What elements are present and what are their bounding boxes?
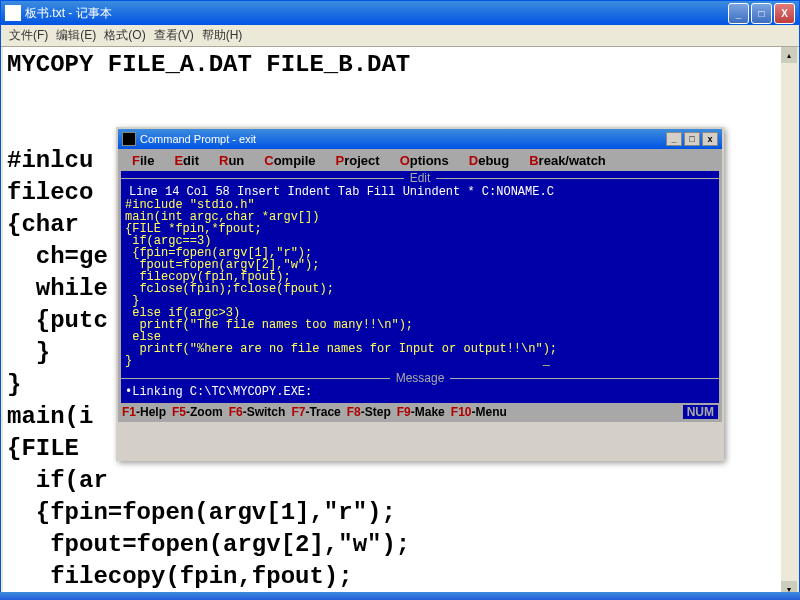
fkey-f1[interactable]: F1-Help: [122, 405, 166, 419]
tc-body: File Edit Run Compile Project Options De…: [118, 149, 722, 422]
command-prompt-window: Command Prompt - exit _ □ x File Edit Ru…: [116, 127, 724, 461]
fkey-f10[interactable]: F10-Menu: [451, 405, 507, 419]
fkey-f8[interactable]: F8-Step: [347, 405, 391, 419]
tc-menu-compile[interactable]: Compile: [264, 153, 315, 168]
numlock-indicator: NUM: [683, 405, 718, 419]
menu-help[interactable]: 帮助(H): [202, 27, 243, 44]
tc-close-button[interactable]: x: [702, 132, 718, 146]
notepad-scrollbar[interactable]: ▴ ▾: [781, 47, 797, 597]
notepad-titlebar[interactable]: 板书.txt - 记事本 _ □ X: [1, 1, 799, 25]
tc-edit-header: Edit: [121, 171, 719, 185]
tc-message-header: Message: [121, 371, 719, 385]
fkey-f7[interactable]: F7-Trace: [291, 405, 340, 419]
tc-code-area[interactable]: #include "stdio.h" main(int argc,char *a…: [121, 199, 719, 371]
notepad-title-text: 板书.txt - 记事本: [25, 5, 112, 22]
tc-msg-label: Message: [390, 371, 451, 385]
tc-menu-options[interactable]: Options: [400, 153, 449, 168]
fkey-f6[interactable]: F6-Switch: [229, 405, 286, 419]
maximize-button[interactable]: □: [751, 3, 772, 24]
taskbar[interactable]: [0, 592, 800, 600]
fkey-f9[interactable]: F9-Make: [397, 405, 445, 419]
tc-titlebar[interactable]: Command Prompt - exit _ □ x: [118, 129, 722, 149]
tc-maximize-button[interactable]: □: [684, 132, 700, 146]
tc-message-area: •Linking C:\TC\MYCOPY.EXE:: [121, 385, 719, 403]
menu-file[interactable]: 文件(F): [9, 27, 48, 44]
tc-title-text: Command Prompt - exit: [140, 133, 256, 145]
close-button[interactable]: X: [774, 3, 795, 24]
menu-edit[interactable]: 编辑(E): [56, 27, 96, 44]
minimize-button[interactable]: _: [728, 3, 749, 24]
fkey-f5[interactable]: F5-Zoom: [172, 405, 223, 419]
tc-menu-file[interactable]: File: [132, 153, 154, 168]
menu-view[interactable]: 查看(V): [154, 27, 194, 44]
tc-menu-edit[interactable]: Edit: [174, 153, 199, 168]
tc-status-line: Line 14 Col 58 Insert Indent Tab Fill Un…: [121, 185, 719, 199]
tc-fkey-bar: F1-Help F5-Zoom F6-Switch F7-Trace F8-St…: [120, 404, 720, 420]
notepad-icon: [5, 5, 21, 21]
tc-edit-pane: Edit Line 14 Col 58 Insert Indent Tab Fi…: [120, 170, 720, 404]
tc-menu-break[interactable]: Break/watch: [529, 153, 606, 168]
scroll-up-icon[interactable]: ▴: [781, 47, 797, 63]
tc-menu-debug[interactable]: Debug: [469, 153, 509, 168]
tc-menubar: File Edit Run Compile Project Options De…: [120, 151, 720, 170]
tc-menu-run[interactable]: Run: [219, 153, 244, 168]
tc-minimize-button[interactable]: _: [666, 132, 682, 146]
notepad-menubar: 文件(F) 编辑(E) 格式(O) 查看(V) 帮助(H): [1, 25, 799, 47]
cmd-icon: [122, 132, 136, 146]
tc-menu-project[interactable]: Project: [336, 153, 380, 168]
menu-format[interactable]: 格式(O): [104, 27, 145, 44]
tc-edit-label: Edit: [404, 171, 437, 185]
